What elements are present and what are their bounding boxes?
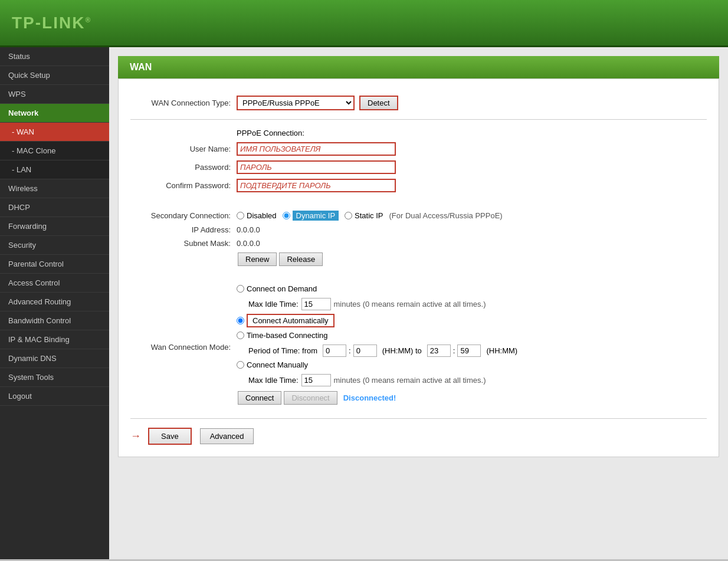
sidebar-item-advanced-routing[interactable]: Advanced Routing [0,293,109,311]
period-label: Period of Time: from [248,346,317,355]
sidebar: StatusQuick SetupWPSNetwork- WAN- MAC Cl… [0,47,109,559]
sidebar-item-forwarding[interactable]: Forwarding [0,217,109,236]
secondary-connection-row: Secondary Connection: Disabled Dynamic I… [130,211,707,221]
connect-manually-item: Connect Manually [237,360,517,369]
main-content: WAN WAN Connection Type: PPPoE/Russia PP… [109,47,728,559]
logo-registered: ® [85,15,91,24]
password-input[interactable] [237,160,396,174]
sidebar-item-parental-control[interactable]: Parental Control [0,255,109,274]
logo: TP-LINK® [12,14,91,32]
connect-on-demand-item: Connect on Demand [237,284,517,293]
max-idle-row-1: Max Idle Time: minutes (0 means remain a… [248,298,517,310]
wan-title: WAN [118,56,719,78]
connection-type-select[interactable]: PPPoE/Russia PPPoE [237,96,355,110]
sidebar-item-access-control[interactable]: Access Control [0,274,109,293]
advanced-button[interactable]: Advanced [200,428,254,444]
divider-1 [130,119,707,120]
period-colon-2: : [453,346,455,355]
save-arrow: → [130,430,141,442]
secondary-dynamic-item: Dynamic IP [283,211,339,221]
logo-text: TP-LINK [12,14,85,32]
secondary-dynamic-label: Dynamic IP [293,211,339,221]
layout: StatusQuick SetupWPSNetwork- WAN- MAC Cl… [0,47,728,559]
period-to-min[interactable] [457,345,481,357]
max-idle-note-2: minutes (0 means remain active at all ti… [334,376,486,385]
spacer-1 [130,197,707,206]
sidebar-item-security[interactable]: Security [0,236,109,255]
sidebar-item-wireless[interactable]: Wireless [0,179,109,198]
max-idle-note-1: minutes (0 means remain active at all ti… [334,300,486,309]
max-idle-label-2: Max Idle Time: [248,376,299,385]
secondary-connection-label: Secondary Connection: [130,211,237,220]
time-based-radio[interactable] [237,332,244,339]
wan-mode-row: Wan Connection Mode: Connect on Demand M… [130,284,707,409]
disconnect-button[interactable]: Disconnect [284,391,337,405]
period-hhmm-1: (HH:MM) to [382,346,422,355]
sidebar-item-ip-mac-binding[interactable]: IP & MAC Binding [0,330,109,349]
max-idle-input-1[interactable] [301,298,331,310]
wan-mode-options: Connect on Demand Max Idle Time: minutes… [237,284,517,409]
connect-disconnect-row: Connect Disconnect Disconnected! [237,391,517,405]
period-from-min[interactable] [353,345,377,357]
connect-on-demand-radio[interactable] [237,285,244,293]
sidebar-item-system-tools[interactable]: System Tools [0,368,109,387]
connect-manually-radio[interactable] [237,361,244,369]
connect-automatically-item: Connect Automatically [237,314,517,327]
sidebar-item-network[interactable]: Network [0,104,109,123]
sidebar-item-dynamic-dns[interactable]: Dynamic DNS [0,349,109,368]
confirm-password-input[interactable] [237,179,396,192]
password-label: Password: [130,163,237,172]
connect-automatically-radio[interactable] [237,317,244,324]
pppoe-section-title: PPPoE Connection: [237,129,304,137]
save-button[interactable]: Save [148,428,192,445]
secondary-static-radio[interactable] [345,212,352,219]
period-to-hour[interactable] [427,345,451,357]
content-area: WAN Connection Type: PPPoE/Russia PPPoE … [118,78,719,457]
detect-button[interactable]: Detect [359,96,398,110]
period-colon-1: : [349,346,351,355]
secondary-note: (For Dual Access/Russia PPPoE) [389,211,502,220]
renew-release-row: Renew Release [130,252,707,266]
period-row: Period of Time: from : (HH:MM) to : (HH:… [248,345,517,357]
sidebar-item-logout[interactable]: Logout [0,387,109,406]
secondary-disabled-label: Disabled [247,211,277,220]
subnet-mask-label: Subnet Mask: [130,239,237,248]
period-from-hour[interactable] [323,345,346,357]
secondary-disabled-radio[interactable] [237,212,244,219]
connection-type-row: WAN Connection Type: PPPoE/Russia PPPoE … [130,96,707,110]
pppoe-section-title-row: PPPoE Connection: [130,129,707,137]
ip-address-value: 0.0.0.0 [237,225,260,234]
username-label: User Name: [130,145,237,153]
bottom-bar: → Save Advanced [130,418,707,445]
confirm-password-label: Confirm Password: [130,181,237,190]
max-idle-input-2[interactable] [301,374,331,386]
ip-address-label: IP Address: [130,225,237,234]
secondary-static-item: Static IP [345,211,383,220]
sidebar-item-wps[interactable]: WPS [0,85,109,104]
sidebar-item-wan[interactable]: - WAN [0,123,109,142]
period-hhmm-2: (HH:MM) [486,346,517,355]
subnet-mask-value: 0.0.0.0 [237,239,260,248]
password-row: Password: [130,160,707,174]
disconnected-status: Disconnected! [343,393,396,402]
secondary-dynamic-radio[interactable] [283,212,290,219]
secondary-static-label: Static IP [355,211,383,220]
sidebar-item-quick-setup[interactable]: Quick Setup [0,66,109,85]
max-idle-row-2: Max Idle Time: minutes (0 means remain a… [248,374,517,386]
renew-button[interactable]: Renew [238,252,277,266]
release-button[interactable]: Release [279,252,323,266]
sidebar-item-status[interactable]: Status [0,47,109,66]
sidebar-item-dhcp[interactable]: DHCP [0,198,109,217]
sidebar-item-bandwidth-control[interactable]: Bandwidth Control [0,311,109,330]
sidebar-item-lan[interactable]: - LAN [0,160,109,179]
spacer-2 [130,271,707,280]
connect-automatically-label: Connect Automatically [247,314,335,327]
max-idle-label-1: Max Idle Time: [248,300,299,309]
subnet-mask-row: Subnet Mask: 0.0.0.0 [130,239,707,248]
sidebar-item-mac-clone[interactable]: - MAC Clone [0,142,109,160]
time-based-label: Time-based Connecting [247,331,328,340]
username-row: User Name: [130,142,707,156]
confirm-password-row: Confirm Password: [130,179,707,192]
connect-button[interactable]: Connect [238,391,281,405]
username-input[interactable] [237,142,396,156]
